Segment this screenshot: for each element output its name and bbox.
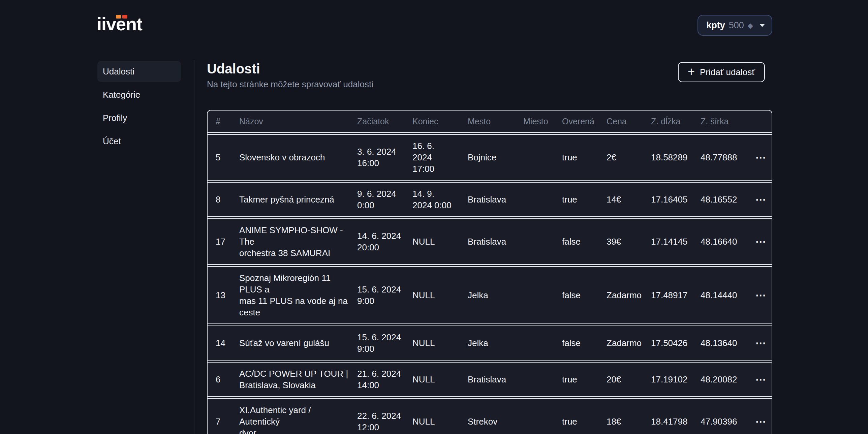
logo-accent-orange-icon: [116, 15, 121, 19]
table-row: 7XI.Authentic yard / Autentický dvor22. …: [208, 398, 772, 434]
page-title-block: Udalosti Na tejto stránke môžete spravov…: [207, 61, 373, 90]
cell-z-dlzka: 17.19102: [651, 368, 701, 391]
main-content: Udalosti Na tejto stránke môžete spravov…: [207, 61, 772, 434]
cell-id: 17: [208, 230, 239, 253]
plus-icon: +: [688, 66, 695, 78]
cell-overena: true: [562, 368, 607, 391]
cell-mesto: Bratislava: [468, 230, 523, 253]
table-row: 5Slovensko v obrazoch3. 6. 2024 16:0016.…: [208, 134, 772, 181]
col-header-z-dlzka: Z. dĺžka: [651, 117, 701, 126]
sidebar-item-profily[interactable]: Profily: [97, 107, 181, 128]
cell-zaciatok: 15. 6. 2024 9:00: [357, 326, 412, 360]
cell-mesto: Bojnice: [468, 146, 523, 168]
cell-z-dlzka: 18.58289: [651, 146, 701, 168]
row-actions-button[interactable]: ⋯: [752, 336, 770, 350]
cell-miesto: [523, 290, 562, 301]
logo-text-right: nt: [126, 14, 142, 34]
cell-id: 8: [208, 188, 239, 211]
cell-koniec: NULL: [412, 332, 468, 354]
cell-cena: 20€: [607, 368, 651, 391]
sidebar-item-ucet[interactable]: Účet: [97, 131, 181, 152]
cell-overena: false: [562, 332, 607, 354]
sidebar-item-udalosti[interactable]: Udalosti: [97, 61, 181, 82]
table-body: 5Slovensko v obrazoch3. 6. 2024 16:0016.…: [208, 134, 772, 434]
cell-z-dlzka: 17.48917: [651, 284, 701, 306]
cell-zaciatok: 9. 6. 2024 0:00: [357, 183, 412, 216]
cell-miesto: [523, 152, 562, 163]
sidebar: Udalosti Kategórie Profily Účet: [97, 61, 181, 154]
diamond-icon: ◆: [748, 22, 753, 29]
cell-cena: Zadarmo: [607, 284, 651, 306]
sidebar-item-kategorie[interactable]: Kategórie: [97, 84, 181, 105]
wallet-dropdown-button[interactable]: kpty 500 ◆: [698, 15, 772, 36]
cell-id: 5: [208, 146, 239, 168]
cell-cena: 14€: [607, 188, 651, 211]
sidebar-item-label: Kategórie: [103, 90, 140, 100]
cell-mesto: Strekov: [468, 410, 523, 433]
col-header-miesto: Miesto: [523, 117, 562, 126]
add-event-button-label: Pridať udalosť: [700, 67, 755, 78]
cell-zaciatok: 21. 6. 2024 14:00: [357, 363, 412, 396]
cell-nazov: Súťaž vo varení gulášu: [239, 332, 357, 354]
row-actions-button[interactable]: ⋯: [752, 288, 770, 303]
cell-overena: true: [562, 410, 607, 433]
col-header-mesto: Mesto: [468, 117, 523, 126]
cell-z-sirka: 48.20082: [701, 368, 750, 391]
cell-zaciatok: 14. 6. 2024 20:00: [357, 225, 412, 258]
row-actions-button[interactable]: ⋯: [752, 372, 770, 387]
col-header-overena: Overená: [562, 117, 607, 126]
page-title: Udalosti: [207, 61, 373, 76]
sidebar-divider: [194, 60, 194, 434]
cell-z-sirka: 48.14440: [701, 284, 750, 306]
table-row: 14Súťaž vo varení gulášu15. 6. 2024 9:00…: [208, 326, 772, 361]
cell-z-dlzka: 17.16405: [651, 188, 701, 211]
cell-nazov: Takmer pyšná princezná: [239, 188, 357, 211]
col-header-id: #: [208, 117, 239, 126]
cell-nazov: AC/DC POWER UP TOUR | Bratislava, Slovak…: [239, 363, 357, 396]
cell-cena: 18€: [607, 410, 651, 433]
page-header: Udalosti Na tejto stránke môžete spravov…: [207, 61, 772, 90]
cell-mesto: Bratislava: [468, 368, 523, 391]
cell-nazov: ANIME SYMPHO-SHOW - The orchestra 38 SAM…: [239, 219, 357, 264]
cell-koniec: NULL: [412, 410, 468, 433]
row-actions-button[interactable]: ⋯: [752, 192, 770, 207]
sidebar-item-label: Účet: [103, 136, 121, 147]
cell-nazov: Spoznaj Mikroregión 11 PLUS a mas 11 PLU…: [239, 267, 357, 323]
cell-nazov: XI.Authentic yard / Autentický dvor: [239, 399, 357, 434]
cell-z-sirka: 48.13640: [701, 332, 750, 354]
cell-mesto: Jelka: [468, 284, 523, 306]
cell-miesto: [523, 236, 562, 247]
row-actions-button[interactable]: ⋯: [752, 234, 770, 249]
row-actions-button[interactable]: ⋯: [752, 150, 770, 165]
table-row: 13Spoznaj Mikroregión 11 PLUS a mas 11 P…: [208, 266, 772, 324]
cell-mesto: Jelka: [468, 332, 523, 354]
wallet-label: kpty: [706, 20, 725, 31]
cell-cena: 2€: [607, 146, 651, 168]
wallet-amount: 500: [729, 20, 744, 31]
cell-zaciatok: 3. 6. 2024 16:00: [357, 141, 412, 174]
sidebar-item-label: Profily: [103, 113, 127, 123]
cell-z-dlzka: 18.41798: [651, 410, 701, 433]
table-row: 17ANIME SYMPHO-SHOW - The orchestra 38 S…: [208, 218, 772, 265]
table-row: 6AC/DC POWER UP TOUR | Bratislava, Slova…: [208, 362, 772, 397]
cell-id: 13: [208, 284, 239, 306]
cell-actions: ⋯: [750, 372, 772, 387]
app-window: iivent kpty 500 ◆ Udalosti Kategórie Pro…: [0, 0, 868, 434]
col-header-koniec: Koniec: [412, 117, 468, 126]
cell-overena: true: [562, 188, 607, 211]
cell-miesto: [523, 194, 562, 205]
cell-zaciatok: 15. 6. 2024 9:00: [357, 278, 412, 312]
cell-miesto: [523, 374, 562, 385]
cell-koniec: NULL: [412, 368, 468, 391]
cell-actions: ⋯: [750, 150, 772, 165]
row-actions-button[interactable]: ⋯: [752, 414, 770, 429]
cell-actions: ⋯: [750, 192, 772, 207]
cell-id: 7: [208, 410, 239, 433]
cell-cena: 39€: [607, 230, 651, 253]
brand-logo[interactable]: iivent: [97, 13, 142, 35]
col-header-nazov: Názov: [239, 117, 357, 126]
logo-accent-red-icon: [122, 15, 127, 19]
add-event-button[interactable]: + Pridať udalosť: [678, 62, 765, 82]
cell-z-dlzka: 17.50426: [651, 332, 701, 354]
cell-actions: ⋯: [750, 234, 772, 249]
